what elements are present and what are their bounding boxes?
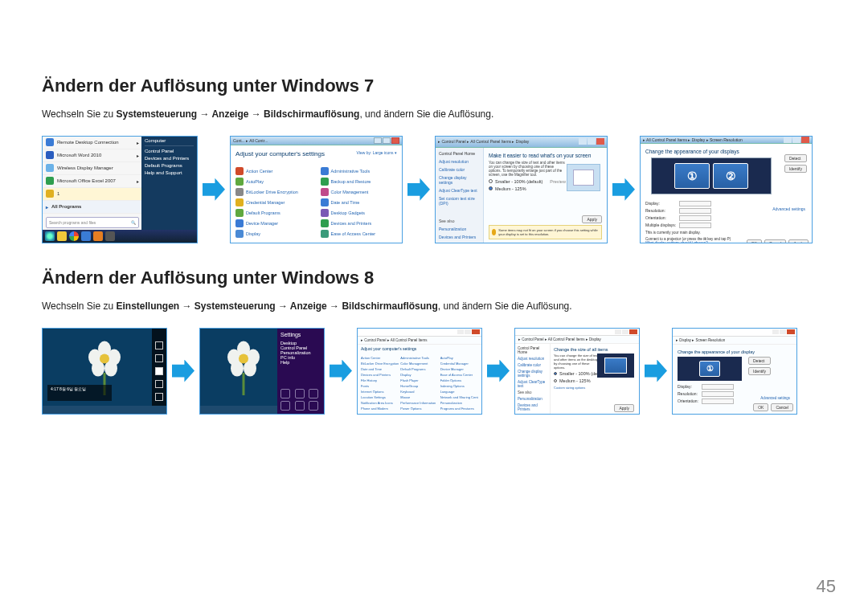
thumb-win7-controlpanel: Cont... ▸ All Contr... Adjust your compu… bbox=[230, 136, 403, 243]
cp-item: Action Center bbox=[246, 169, 272, 174]
heading-win7: Ändern der Auflösung unter Windows 7 bbox=[42, 76, 826, 96]
start-item-label: Microsoft Word 2010 bbox=[57, 153, 101, 157]
sidebar-link: Adjust ClearType text bbox=[518, 380, 547, 388]
sidebar-link: Control Panel Home bbox=[518, 346, 547, 354]
wireless-icon bbox=[46, 164, 54, 172]
arrow-icon bbox=[487, 360, 510, 382]
orientation-select bbox=[679, 215, 711, 221]
window-titlebar: ▸ Control Panel ▸ All Control Panel Item… bbox=[436, 137, 607, 148]
start-menu-right: Computer Control Panel Devices and Print… bbox=[141, 137, 197, 243]
window-body: Change the appearance of your displays ①… bbox=[641, 144, 812, 243]
device-icon bbox=[235, 219, 244, 227]
cp-item: AutoPlay bbox=[440, 356, 478, 360]
min-icon bbox=[615, 329, 621, 334]
autoplay-icon bbox=[235, 178, 244, 186]
search-charm-icon bbox=[155, 341, 163, 349]
all-programs: ▸All Programs bbox=[43, 201, 142, 214]
view-by: View by: Large icons ▾ bbox=[357, 150, 397, 162]
instr-suffix: , und ändern Sie die Auflösung. bbox=[359, 108, 493, 120]
cp-item: Ease of Access Center bbox=[331, 231, 376, 236]
breadcrumb: Cont... ▸ All Contr... bbox=[233, 138, 268, 143]
radio-option: Medium - 125% bbox=[554, 378, 636, 383]
window-titlebar: ▸ All Control Panel Items ▸ Display ▸ Sc… bbox=[641, 137, 812, 144]
sidebar-title: Control Panel Home bbox=[439, 151, 480, 156]
min-icon bbox=[457, 329, 464, 334]
display-main: Make it easier to read what's on your sc… bbox=[484, 148, 607, 243]
option-label: Medium - 125% bbox=[495, 186, 526, 191]
search-input: Search programs and files🔍 bbox=[46, 217, 139, 228]
section-win7: Ändern der Auflösung unter Windows 7 Wec… bbox=[42, 76, 826, 243]
max-icon bbox=[792, 137, 800, 143]
display-sidebar: Control Panel Home Adjust resolution Cal… bbox=[436, 148, 484, 243]
cp-title: Adjust your computer's settings bbox=[358, 345, 481, 353]
orientation-select bbox=[702, 398, 734, 404]
cp-item: Desktop Gadgets bbox=[331, 210, 366, 215]
multiple-select bbox=[679, 223, 711, 228]
color-icon bbox=[321, 188, 329, 196]
app-icon bbox=[105, 231, 115, 241]
monitor-2: ② bbox=[713, 163, 748, 189]
window-titlebar: Cont... ▸ All Contr... bbox=[231, 137, 402, 145]
start-item: Microsoft Word 2010▸ bbox=[43, 149, 142, 162]
row-win7: Remote Desktop Connection▸ Microsoft Wor… bbox=[42, 136, 826, 243]
detect-button: Detect bbox=[784, 154, 807, 162]
power-icon bbox=[295, 401, 305, 411]
sidebar-link: Personalization bbox=[439, 227, 480, 231]
sidebar-link: Change display settings bbox=[439, 175, 480, 185]
cp-item: Location Settings bbox=[361, 395, 399, 399]
ie-icon bbox=[81, 231, 91, 241]
cp-item: Date and Time bbox=[331, 200, 360, 205]
taskbar bbox=[43, 406, 166, 414]
cp-item: Performance Information bbox=[400, 401, 438, 405]
min-icon bbox=[784, 137, 792, 143]
sidebar-link: Set custom text size (DPI) bbox=[439, 196, 480, 206]
cp-item: Internet Options bbox=[361, 390, 399, 394]
settings-panel: Settings Desktop Control Panel Personali… bbox=[277, 329, 324, 414]
display-icon bbox=[235, 230, 244, 238]
thumb-win8-display: ▸ Control Panel ▸ All Control Panel Item… bbox=[514, 328, 640, 415]
button-row: OK Cancel bbox=[753, 403, 793, 411]
rdp-icon bbox=[46, 138, 54, 146]
instr-path: Einstellungen → Systemsteuerung → Anzeig… bbox=[117, 300, 438, 312]
cp-item: Action Center bbox=[361, 356, 399, 360]
arrow-icon bbox=[407, 178, 430, 201]
folder-icon bbox=[46, 190, 54, 198]
cancel-button: Cancel bbox=[764, 239, 787, 243]
sidebar-link: Devices and Printers bbox=[439, 235, 480, 239]
thumb-win7-display: ▸ Control Panel ▸ All Control Panel Item… bbox=[435, 136, 608, 243]
field-label: Multiple displays: bbox=[645, 223, 676, 228]
see-also: See also bbox=[439, 219, 480, 223]
arrow-icon bbox=[612, 178, 635, 201]
cp-item: BitLocker Drive Encryption bbox=[361, 362, 399, 366]
cp-item: Folder Options bbox=[440, 378, 478, 382]
app-icon bbox=[93, 231, 103, 241]
settings-item: Help bbox=[280, 360, 321, 365]
start-right-item: Control Panel bbox=[145, 149, 194, 153]
ease-icon bbox=[321, 230, 329, 238]
keyboard-icon bbox=[309, 401, 318, 411]
monitor-1: ① bbox=[699, 361, 720, 377]
warning-banner: Some items may not fit on your screen if… bbox=[489, 225, 602, 239]
start-item: Remote Desktop Connection▸ bbox=[43, 137, 142, 149]
devices-charm-icon bbox=[155, 380, 163, 388]
custom-link: Custom sizing options bbox=[554, 386, 636, 390]
cp-item: Language bbox=[440, 390, 478, 394]
cp-item: Phone and Modem bbox=[361, 407, 399, 411]
page-number: 45 bbox=[817, 576, 836, 597]
cp-item: Credential Manager bbox=[246, 200, 285, 205]
res-title: Change the appearance of your displays bbox=[645, 149, 807, 154]
cp-item: Color Management bbox=[331, 190, 369, 194]
cp-item: Ease of Access Center bbox=[440, 373, 478, 377]
brightness-icon bbox=[309, 389, 318, 398]
flower-icon bbox=[85, 341, 124, 380]
warning-text: Some items may not fit on your screen if… bbox=[498, 228, 599, 236]
start-item-highlight: 1 bbox=[43, 188, 142, 201]
cp-item: Devices and Printers bbox=[331, 221, 372, 226]
start-right-item: Default Programs bbox=[145, 163, 194, 168]
preview-box bbox=[567, 164, 600, 191]
display-sidebar: Control Panel Home Adjust resolution Cal… bbox=[515, 344, 551, 414]
settings-charm-icon bbox=[155, 393, 163, 401]
preview-box bbox=[597, 353, 634, 378]
start-item-label: Wireless Display Manager bbox=[57, 166, 113, 170]
preview-label: Preview bbox=[550, 179, 566, 184]
